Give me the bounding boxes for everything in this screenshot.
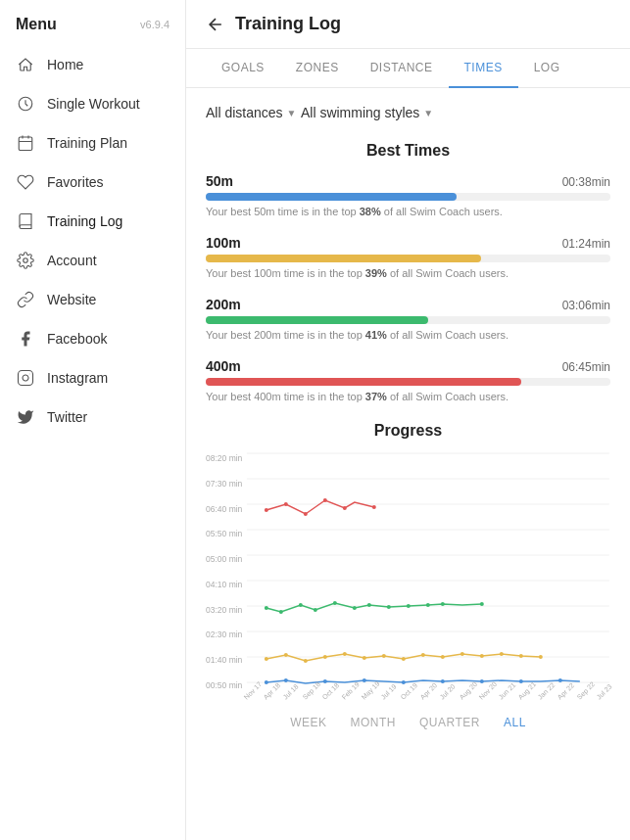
time-value-400m: 06:45min: [562, 360, 610, 374]
svg-text:Jul 20: Jul 20: [439, 682, 457, 700]
content-area: All distances ▼ All swimming styles ▼ Be…: [186, 88, 630, 840]
sidebar-item-account[interactable]: Account: [0, 241, 185, 280]
svg-point-23: [299, 603, 303, 607]
svg-point-45: [500, 652, 504, 656]
y-label-8: 01:40 min: [206, 655, 242, 665]
tab-goals[interactable]: GOALS: [206, 49, 280, 88]
time-label-100m: 100m: [206, 235, 241, 251]
svg-point-18: [323, 498, 327, 502]
sidebar-item-facebook[interactable]: Facebook: [0, 319, 185, 358]
svg-point-22: [279, 610, 283, 614]
sidebar-item-website[interactable]: Website: [0, 280, 185, 319]
sidebar-item-training-log[interactable]: Training Log: [0, 202, 185, 241]
svg-point-46: [519, 654, 523, 658]
svg-text:Nov 20: Nov 20: [478, 680, 499, 701]
svg-text:Jul 19: Jul 19: [380, 682, 398, 700]
sidebar-item-label: Facebook: [47, 331, 107, 347]
period-btn-all[interactable]: ALL: [504, 716, 526, 729]
back-button[interactable]: [206, 15, 225, 34]
sidebar-item-label: Twitter: [47, 409, 87, 425]
svg-point-16: [284, 502, 288, 506]
svg-point-26: [353, 606, 357, 610]
svg-text:Apr 22: Apr 22: [557, 681, 576, 701]
svg-point-48: [265, 680, 268, 684]
distance-filter[interactable]: All distances ▼: [206, 105, 297, 120]
sidebar-item-home[interactable]: Home: [0, 45, 185, 84]
svg-text:Oct 18: Oct 18: [321, 681, 341, 701]
svg-point-25: [333, 601, 337, 605]
svg-point-35: [304, 659, 308, 663]
style-filter-arrow: ▼: [423, 108, 433, 118]
tab-zones[interactable]: ZONES: [280, 49, 355, 88]
svg-text:May 19: May 19: [361, 679, 382, 701]
tab-distance[interactable]: DISTANCE: [355, 49, 449, 88]
progress-bar-bg-50m: [206, 193, 610, 201]
y-label-5: 04:10 min: [206, 580, 242, 589]
time-desc-200m: Your best 200m time is in the top 41% of…: [206, 329, 610, 341]
sidebar-item-twitter[interactable]: Twitter: [0, 397, 185, 437]
time-value-200m: 03:06min: [562, 299, 610, 312]
style-filter[interactable]: All swimming styles ▼: [301, 105, 433, 120]
period-btn-quarter[interactable]: QUARTER: [419, 716, 480, 729]
distance-filter-label: All distances: [206, 105, 283, 120]
clock-icon: [16, 94, 35, 114]
svg-point-55: [519, 679, 523, 683]
y-label-4: 05:00 min: [206, 554, 242, 564]
svg-point-31: [441, 602, 445, 606]
main-content: Training Log GOALS ZONES DISTANCE TIMES …: [186, 0, 630, 840]
sidebar-item-training-plan[interactable]: Training Plan: [0, 123, 185, 163]
menu-title: Menu: [16, 16, 57, 33]
link-icon: [16, 290, 35, 309]
y-label-0: 08:20 min: [206, 453, 242, 463]
sidebar-header: Menu v6.9.4: [0, 0, 185, 45]
sidebar-item-label: Instagram: [47, 370, 108, 386]
book-icon: [16, 211, 35, 231]
svg-point-38: [363, 656, 366, 660]
chart-svg-container: Nov 17 Apr 18 Jul 18 Sep 18 Oct 18 Feb 1…: [246, 453, 610, 712]
time-value-100m: 01:24min: [562, 237, 610, 251]
tab-log[interactable]: LOG: [518, 49, 576, 88]
svg-point-53: [441, 679, 445, 683]
svg-rect-1: [19, 137, 32, 151]
svg-point-32: [480, 602, 484, 606]
y-label-7: 02:30 min: [206, 630, 242, 639]
tab-bar: GOALS ZONES DISTANCE TIMES LOG: [186, 49, 630, 88]
time-desc-50m: Your best 50m time is in the top 38% of …: [206, 206, 610, 217]
svg-text:Jan 22: Jan 22: [537, 681, 557, 701]
svg-rect-3: [19, 371, 33, 386]
svg-text:Jul 23: Jul 23: [596, 682, 613, 700]
period-btn-month[interactable]: MONTH: [351, 716, 397, 729]
svg-point-33: [265, 657, 268, 661]
progress-bar-fill-200m: [206, 316, 428, 324]
progress-bar-bg-200m: [206, 316, 610, 324]
sidebar-item-instagram[interactable]: Instagram: [0, 358, 185, 397]
svg-text:Nov 17: Nov 17: [243, 680, 264, 701]
gear-icon: [16, 251, 35, 270]
svg-point-19: [343, 506, 347, 510]
svg-point-36: [323, 655, 327, 659]
svg-point-2: [24, 258, 28, 263]
svg-point-41: [421, 653, 425, 657]
period-btn-week[interactable]: WEEK: [290, 716, 326, 729]
sidebar-item-label: Single Workout: [47, 96, 140, 112]
sidebar-item-favorites[interactable]: Favorites: [0, 163, 185, 202]
svg-text:Jul 18: Jul 18: [282, 682, 300, 700]
sidebar-item-label: Website: [47, 292, 96, 307]
time-desc-400m: Your best 400m time is in the top 37% of…: [206, 391, 610, 402]
main-header: Training Log: [186, 0, 630, 49]
time-row-50m: 50m 00:38min Your best 50m time is in th…: [206, 173, 610, 217]
svg-point-17: [304, 512, 308, 516]
sidebar-item-single-workout[interactable]: Single Workout: [0, 84, 185, 123]
svg-point-27: [367, 603, 371, 607]
chart-line-200m: [267, 603, 482, 612]
tab-times[interactable]: TIMES: [449, 49, 518, 88]
y-label-9: 00:50 min: [206, 680, 242, 690]
chart-wrapper: 08:20 min 07:30 min 06:40 min 05:50 min …: [206, 453, 610, 712]
svg-point-49: [284, 678, 288, 682]
best-times-title: Best Times: [206, 142, 610, 160]
time-label-400m: 400m: [206, 358, 241, 374]
time-row-400m: 400m 06:45min Your best 400m time is in …: [206, 358, 610, 402]
svg-point-54: [480, 679, 484, 683]
time-row-100m: 100m 01:24min Your best 100m time is in …: [206, 235, 610, 279]
svg-text:Apr 20: Apr 20: [419, 681, 439, 701]
